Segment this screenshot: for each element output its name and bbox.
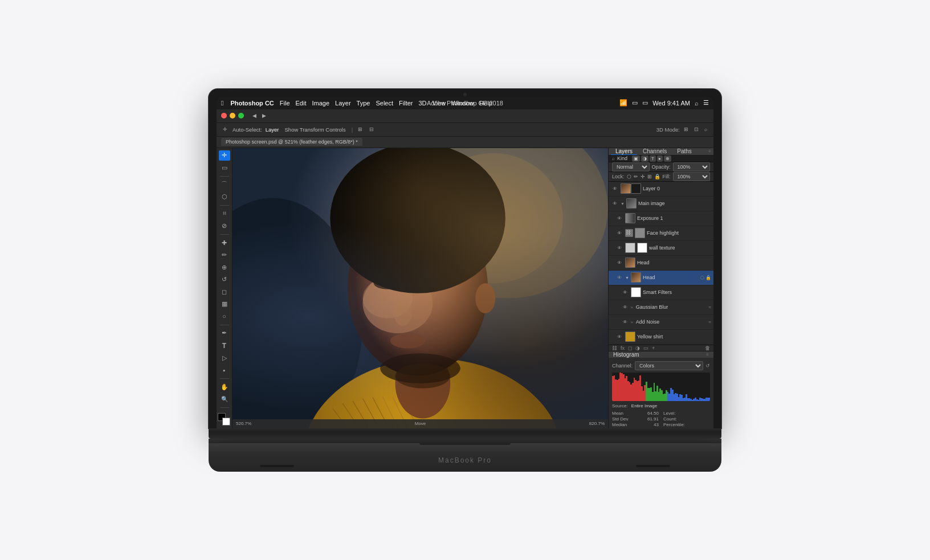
group-expand-icon[interactable]: ▼: [621, 202, 625, 206]
layer-eye-icon[interactable]: 👁: [615, 259, 623, 267]
layer-eye-icon[interactable]: 👁: [615, 229, 623, 237]
tool-pen[interactable]: ✒: [219, 328, 230, 339]
minimize-button[interactable]: [230, 113, 235, 118]
kind-dropdown[interactable]: Kind: [617, 156, 627, 161]
menu-photoshop[interactable]: Photoshop CC: [230, 100, 274, 107]
filter-adj-icon[interactable]: ◑: [641, 156, 648, 162]
layer-item-main-image[interactable]: 👁 ▼ Main image: [609, 197, 713, 211]
layer-item-gaussian-blur[interactable]: 👁 ≈ Gaussian Blur ≈: [609, 300, 713, 315]
tool-zoom[interactable]: 🔍: [219, 394, 230, 405]
layer-eye-icon[interactable]: 👁: [615, 333, 623, 341]
ps-arrow-icon[interactable]: ◀: [251, 112, 258, 119]
layer-eye-icon[interactable]: 👁: [621, 303, 629, 311]
lock-all-icon[interactable]: 🔒: [654, 174, 660, 179]
3d-icon-1[interactable]: ⊞: [682, 126, 690, 133]
background-color[interactable]: [222, 418, 230, 426]
layer-item-smart-filters[interactable]: 👁 Smart Filters: [609, 285, 713, 300]
layer-item-layer0[interactable]: 👁 Layer 0: [609, 182, 713, 197]
tool-gradient[interactable]: ▦: [219, 299, 230, 310]
layer-mask-icon[interactable]: ◻: [628, 345, 632, 351]
filter-blend-icon2[interactable]: ≈: [709, 320, 711, 325]
group-expand-icon2[interactable]: ▼: [625, 276, 629, 280]
menu-image[interactable]: Image: [312, 100, 329, 107]
lock-artboard-icon[interactable]: ⊞: [647, 174, 652, 179]
menu-layer[interactable]: Layer: [335, 100, 351, 107]
layer-item-head1[interactable]: 👁 Head: [609, 256, 713, 271]
tool-crop[interactable]: ⌗: [219, 209, 230, 219]
tool-dodge[interactable]: ○: [219, 311, 230, 322]
menu-edit[interactable]: Edit: [296, 100, 307, 107]
layer-adj-icon[interactable]: ◑: [635, 345, 640, 351]
tool-brush[interactable]: ✏: [219, 250, 230, 260]
close-button[interactable]: [221, 113, 227, 118]
layer-eye-icon[interactable]: 👁: [615, 214, 623, 222]
lock-pixel-icon[interactable]: ✏: [634, 174, 638, 179]
ps-options-move-icon[interactable]: ✛: [221, 126, 229, 133]
tool-quick-select[interactable]: ⬡: [219, 191, 230, 202]
menu-type[interactable]: Type: [357, 100, 370, 107]
filter-shape-icon[interactable]: ▸: [657, 156, 663, 162]
tab-layers[interactable]: Layers: [611, 148, 637, 155]
histogram-menu-icon[interactable]: ≡: [706, 352, 709, 357]
filter-smart-icon[interactable]: ⊕: [664, 156, 671, 162]
distribute-icon[interactable]: ⊟: [368, 126, 376, 133]
layer-item-exposure1[interactable]: 👁 Exposure 1: [609, 211, 713, 226]
histogram-refresh-icon[interactable]: ↺: [705, 363, 710, 369]
filter-type-icon[interactable]: T: [650, 156, 656, 162]
ps-plus-icon[interactable]: ▶: [260, 112, 268, 119]
apple-logo-icon[interactable]: : [221, 99, 223, 107]
layer-add-icon[interactable]: +: [652, 345, 655, 351]
layer-eye-icon[interactable]: 👁: [621, 288, 629, 296]
opacity-select[interactable]: 100%: [673, 162, 711, 171]
layer-eye-icon[interactable]: 👁: [621, 318, 629, 326]
tool-history[interactable]: ↺: [219, 274, 230, 285]
layer-group-icon[interactable]: ▭: [643, 345, 648, 351]
menu-filter[interactable]: Filter: [399, 100, 413, 107]
tool-clone[interactable]: ⊕: [219, 262, 230, 273]
search-workspace-icon[interactable]: ⌕: [703, 126, 709, 133]
ps-canvas-area[interactable]: 520.7% Move 820.7%: [232, 148, 608, 428]
layer-item-wall-texture[interactable]: 👁 wall texture: [609, 241, 713, 256]
notification-icon[interactable]: ☰: [703, 99, 709, 107]
tool-eraser[interactable]: ◻: [219, 287, 230, 297]
align-icon[interactable]: ⊞: [356, 126, 364, 133]
document-tab[interactable]: Photoshop screen.psd @ 521% (feather edg…: [221, 138, 362, 146]
menu-file[interactable]: File: [280, 100, 290, 107]
filter-blend-icon[interactable]: ≈: [709, 305, 711, 310]
layer-item-yellow-shirt[interactable]: 👁 Yellow shirt: [609, 330, 713, 345]
tab-channels[interactable]: Channels: [638, 148, 671, 154]
tool-move[interactable]: ✛: [219, 150, 230, 161]
histogram-panel-header[interactable]: Histogram ≡: [609, 351, 713, 358]
maximize-button[interactable]: [238, 113, 244, 118]
channel-select[interactable]: Colors: [635, 361, 703, 370]
layer-delete-icon[interactable]: 🗑: [705, 345, 710, 351]
tool-type[interactable]: T: [219, 340, 230, 351]
lock-position-icon[interactable]: ✛: [641, 174, 645, 179]
layer-style-icon[interactable]: fx: [621, 345, 625, 351]
layer-eye-icon[interactable]: 👁: [611, 185, 619, 193]
layer-item-add-noise[interactable]: 👁 ≈ Add Noise ≈: [609, 315, 713, 330]
panel-menu-icon[interactable]: ≡: [708, 149, 711, 154]
layer-item-face-highlight[interactable]: 👁 ⛓ Face highlight: [609, 226, 713, 241]
fill-select[interactable]: 100%: [673, 172, 710, 181]
menu-3d[interactable]: 3D: [418, 100, 426, 107]
blend-mode-select[interactable]: Normal: [612, 162, 650, 171]
tool-lasso[interactable]: ⌒: [219, 179, 230, 190]
layer-eye-icon[interactable]: 👁: [615, 244, 623, 252]
layer-eye-icon[interactable]: 👁: [615, 273, 623, 281]
menu-select[interactable]: Select: [376, 100, 393, 107]
tool-path-select[interactable]: ▷: [219, 353, 230, 363]
tool-eyedropper[interactable]: ⊘: [219, 220, 230, 231]
layer-eye-icon[interactable]: 👁: [611, 199, 619, 207]
tool-healing[interactable]: ✚: [219, 238, 230, 248]
filter-pixel-icon[interactable]: ▣: [632, 156, 640, 162]
layer-link-icon[interactable]: ⛓: [612, 345, 617, 351]
tab-paths[interactable]: Paths: [672, 148, 696, 154]
tool-hand[interactable]: ✋: [219, 382, 230, 393]
3d-icon-2[interactable]: ⊡: [692, 126, 700, 133]
lock-transparent-icon[interactable]: ⬡: [627, 174, 631, 179]
tool-marquee[interactable]: ▭: [219, 162, 230, 173]
tool-shape[interactable]: ▪: [219, 365, 230, 375]
search-icon[interactable]: ⌕: [695, 100, 699, 107]
layer-item-head2[interactable]: 👁 ▼ Head ⬡ 🔒: [609, 271, 713, 285]
